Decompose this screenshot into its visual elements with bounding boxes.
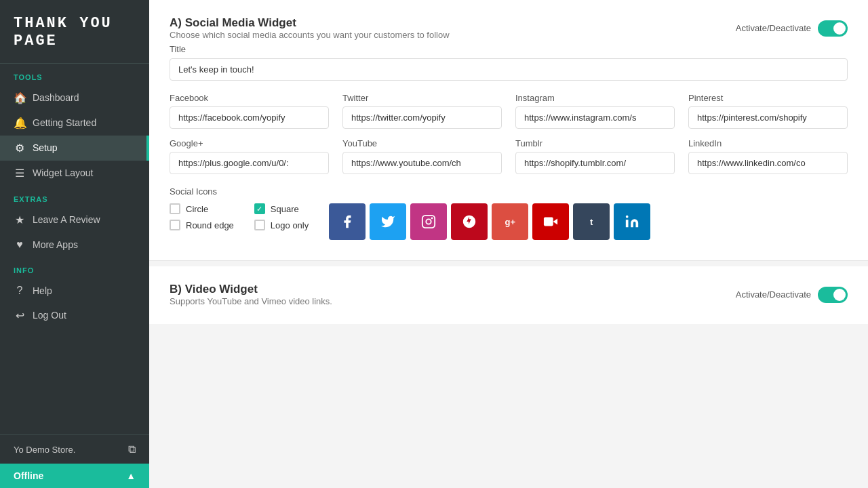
offline-label: Offline xyxy=(14,470,43,481)
checkbox-label-round-edge: Round edge xyxy=(186,220,234,230)
social-field-label: Facebook xyxy=(170,93,329,103)
social-field-facebook: Facebook xyxy=(170,93,329,129)
social-url-input[interactable] xyxy=(688,152,848,174)
activate-label-video: Activate/Deactivate xyxy=(736,289,811,300)
title-input[interactable] xyxy=(170,58,848,81)
social-icon-facebook[interactable] xyxy=(329,203,366,240)
svg-rect-4 xyxy=(544,218,553,226)
sidebar-section-tools: Tools xyxy=(0,64,149,85)
social-widget-title: A) Social Media Widget xyxy=(170,16,450,30)
external-link-icon[interactable]: ⧉ xyxy=(128,443,136,455)
checkbox-label-square: Square xyxy=(271,204,299,214)
social-icons-controls: Circle Square Round edge Logo only g+t xyxy=(170,203,848,240)
shape-option-square[interactable]: Square xyxy=(254,203,309,214)
social-field-label: Instagram xyxy=(515,93,675,103)
checkbox-square[interactable] xyxy=(254,203,265,214)
svg-rect-5 xyxy=(626,220,629,227)
activate-deactivate-video: Activate/Deactivate xyxy=(736,287,848,303)
video-widget-desc: Supports YouTube and Vimeo video links. xyxy=(170,296,332,306)
video-toggle[interactable] xyxy=(818,287,848,303)
sidebar-item-label: More Apps xyxy=(33,239,78,250)
activate-deactivate-social: Activate/Deactivate xyxy=(736,20,848,37)
social-url-input[interactable] xyxy=(515,152,675,174)
social-field-tumblr: Tumblr xyxy=(515,138,675,174)
social-icon-instagram[interactable] xyxy=(410,203,447,240)
checkbox-logo-only[interactable] xyxy=(254,220,265,230)
bell-icon: 🔔 xyxy=(14,117,26,129)
social-field-google: Google+ xyxy=(170,138,329,174)
main-content: A) Social Media Widget Choose which soci… xyxy=(149,0,868,488)
social-icon-pinterest[interactable] xyxy=(451,203,488,240)
social-icons-section: Social Icons Circle Square Round edge Lo… xyxy=(170,186,848,240)
social-icons-label: Social Icons xyxy=(170,186,848,197)
social-url-input[interactable] xyxy=(515,106,675,129)
video-widget-section: B) Video Widget Supports YouTube and Vim… xyxy=(149,266,868,324)
social-field-pinterest: Pinterest xyxy=(688,93,848,129)
layout-icon: ☰ xyxy=(14,167,26,180)
social-field-instagram: Instagram xyxy=(515,93,675,129)
social-url-input[interactable] xyxy=(688,106,848,129)
sidebar-item-more-apps[interactable]: ♥ More Apps xyxy=(0,232,149,257)
sidebar-item-leave-review[interactable]: ★ Leave A Review xyxy=(0,207,149,232)
svg-rect-0 xyxy=(422,216,435,228)
star-icon: ★ xyxy=(14,214,26,226)
video-widget-header: B) Video Widget Supports YouTube and Vim… xyxy=(170,283,848,306)
social-media-widget-section: A) Social Media Widget Choose which soci… xyxy=(149,0,868,261)
social-toggle[interactable] xyxy=(818,20,848,37)
sidebar-item-label: Dashboard xyxy=(33,92,79,103)
sidebar-item-help[interactable]: ? Help xyxy=(0,279,149,303)
sidebar-item-label: Log Out xyxy=(33,310,66,321)
shape-option-circle[interactable]: Circle xyxy=(170,203,234,214)
social-icon-youtube[interactable] xyxy=(532,203,569,240)
social-field-label: Tumblr xyxy=(515,138,675,148)
sidebar-item-label: Getting Started xyxy=(33,117,96,128)
video-widget-title: B) Video Widget xyxy=(170,283,332,296)
social-field-label: Twitter xyxy=(342,93,502,103)
sidebar-item-label: Help xyxy=(33,285,52,296)
social-field-twitter: Twitter xyxy=(342,93,502,129)
title-field-label: Title xyxy=(170,44,848,54)
icon-shape-options: Circle Square Round edge Logo only xyxy=(170,203,309,230)
checkbox-label-logo-only: Logo only xyxy=(271,220,309,230)
svg-point-6 xyxy=(626,216,629,218)
sidebar-item-setup[interactable]: ⚙ Setup xyxy=(0,136,149,161)
social-icon-twitter[interactable] xyxy=(370,203,406,240)
social-field-label: Google+ xyxy=(170,138,329,148)
social-icon-tumblr[interactable]: t xyxy=(573,203,610,240)
shape-option-round-edge[interactable]: Round edge xyxy=(170,220,234,230)
help-icon: ? xyxy=(14,285,26,297)
activate-label: Activate/Deactivate xyxy=(736,23,811,33)
social-url-input[interactable] xyxy=(342,152,502,174)
sidebar-item-log-out[interactable]: ↩ Log Out xyxy=(0,303,149,328)
social-icon-linkedin[interactable] xyxy=(614,203,650,240)
sidebar-item-getting-started[interactable]: 🔔 Getting Started xyxy=(0,110,149,136)
svg-marker-3 xyxy=(553,218,557,224)
offline-bar[interactable]: Offline ▲ xyxy=(0,464,149,488)
social-url-input[interactable] xyxy=(342,106,502,129)
svg-point-1 xyxy=(427,219,431,224)
social-url-grid: Facebook Twitter Instagram Pinterest Goo… xyxy=(170,93,848,174)
gear-icon: ⚙ xyxy=(14,142,26,155)
svg-point-2 xyxy=(431,218,433,220)
sidebar-item-dashboard[interactable]: 🏠 Dashboard xyxy=(0,85,149,110)
social-field-linkedin: LinkedIn xyxy=(688,138,848,174)
widget-header: A) Social Media Widget Choose which soci… xyxy=(170,16,848,40)
social-icon-googleplus[interactable]: g+ xyxy=(492,203,528,240)
sidebar-section-extras: Extras xyxy=(0,186,149,207)
store-name: Yo Demo Store. xyxy=(14,445,75,455)
chevron-up-icon: ▲ xyxy=(126,470,136,481)
social-field-label: YouTube xyxy=(342,138,502,148)
social-widget-desc: Choose which social media accounts you w… xyxy=(170,30,450,40)
home-icon: 🏠 xyxy=(14,92,26,104)
title-field-group: Title xyxy=(170,44,848,81)
shape-option-logo-only[interactable]: Logo only xyxy=(254,220,309,230)
social-field-label: LinkedIn xyxy=(688,138,848,148)
checkbox-round-edge[interactable] xyxy=(170,220,180,230)
sidebar-item-widget-layout[interactable]: ☰ Widget Layout xyxy=(0,161,149,186)
sidebar-item-label: Widget Layout xyxy=(33,167,94,178)
social-icon-previews: g+t xyxy=(329,203,650,240)
checkbox-circle[interactable] xyxy=(170,203,180,214)
social-url-input[interactable] xyxy=(170,152,329,174)
social-url-input[interactable] xyxy=(170,106,329,129)
sidebar-nav: Tools 🏠 Dashboard 🔔 Getting Started ⚙ Se… xyxy=(0,64,149,328)
